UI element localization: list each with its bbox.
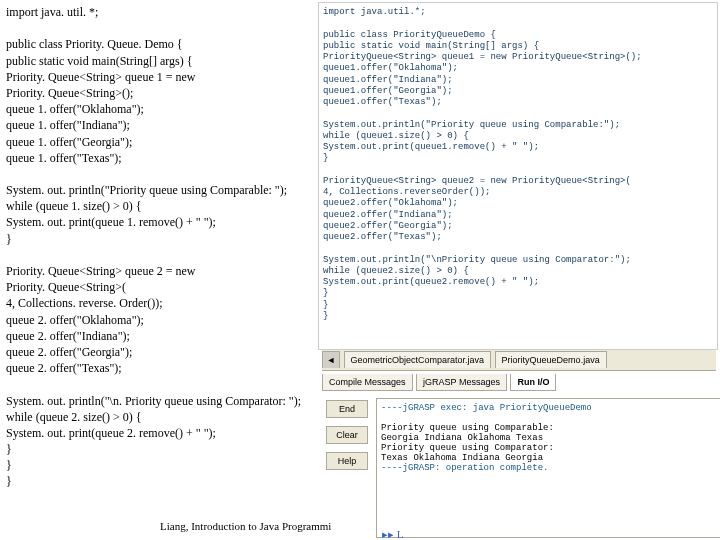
line: queue 2. offer("Georgia"); bbox=[6, 344, 316, 360]
line: } bbox=[6, 231, 316, 247]
line: import java. util. *; bbox=[6, 4, 316, 20]
line: System. out. print(queue 1. remove() + "… bbox=[6, 214, 316, 230]
line: System.out.print(queue2.remove() + " "); bbox=[323, 277, 713, 288]
line: queue1.offer("Indiana"); bbox=[323, 75, 713, 86]
footer-citation: Liang, Introduction to Java Programmi bbox=[160, 520, 331, 532]
line: } bbox=[6, 441, 316, 457]
line: 4, Collections.reverseOrder()); bbox=[323, 187, 713, 198]
line: PriorityQueue<String> queue2 = new Prior… bbox=[323, 176, 713, 187]
line: public static void main(String[] args) { bbox=[323, 41, 713, 52]
tab-jgrasp-messages[interactable]: jGRASP Messages bbox=[416, 374, 507, 391]
output-line: Priority queue using Comparator: bbox=[381, 443, 719, 453]
tab-file-2[interactable]: PriorityQueueDemo.java bbox=[495, 351, 607, 368]
clear-button[interactable]: Clear bbox=[326, 426, 368, 444]
tab-run-io[interactable]: Run I/O bbox=[510, 374, 556, 391]
line: Priority. Queue<String>( bbox=[6, 279, 316, 295]
line: 4, Collections. reverse. Order()); bbox=[6, 295, 316, 311]
line: queue2.offer("Oklahoma"); bbox=[323, 198, 713, 209]
line: System.out.print(queue1.remove() + " "); bbox=[323, 142, 713, 153]
line: queue2.offer("Indiana"); bbox=[323, 210, 713, 221]
output-line: Priority queue using Comparable: bbox=[381, 423, 719, 433]
line: queue2.offer("Georgia"); bbox=[323, 221, 713, 232]
line: Priority. Queue<String> queue 2 = new bbox=[6, 263, 316, 279]
done-line: ----jGRASP: operation complete. bbox=[381, 463, 719, 473]
line: public class PriorityQueueDemo { bbox=[323, 30, 713, 41]
exec-line: ----jGRASP exec: java PriorityQueueDemo bbox=[381, 403, 719, 413]
output-line: Georgia Indiana Oklahoma Texas bbox=[381, 433, 719, 443]
line: import java.util.*; bbox=[323, 7, 713, 18]
line: queue1.offer("Oklahoma"); bbox=[323, 63, 713, 74]
line: System.out.println("\nPriority queue usi… bbox=[323, 255, 713, 266]
source-code-left: import java. util. *; public class Prior… bbox=[6, 4, 316, 490]
run-output-console[interactable]: ----jGRASP exec: java PriorityQueueDemo … bbox=[376, 398, 720, 538]
line: System. out. println("\n. Priority queue… bbox=[6, 393, 316, 409]
line: PriorityQueue<String> queue1 = new Prior… bbox=[323, 52, 713, 63]
line: } bbox=[323, 311, 713, 322]
line: queue 2. offer("Texas"); bbox=[6, 360, 316, 376]
tab-compile-messages[interactable]: Compile Messages bbox=[322, 374, 413, 391]
end-button[interactable]: End bbox=[326, 400, 368, 418]
line: queue 2. offer("Indiana"); bbox=[6, 328, 316, 344]
message-tabbar: Compile Messages jGRASP Messages Run I/O bbox=[322, 373, 716, 394]
line: Priority. Queue<String>(); bbox=[6, 85, 316, 101]
console-buttons: End Clear Help bbox=[326, 400, 370, 478]
line: while (queue 1. size() > 0) { bbox=[6, 198, 316, 214]
line: System. out. print(queue 2. remove() + "… bbox=[6, 425, 316, 441]
line: while (queue 2. size() > 0) { bbox=[6, 409, 316, 425]
line: } bbox=[6, 473, 316, 489]
tab-file-1[interactable]: GeometricObjectComparator.java bbox=[344, 351, 492, 368]
line: queue1.offer("Texas"); bbox=[323, 97, 713, 108]
line: queue 1. offer("Texas"); bbox=[6, 150, 316, 166]
output-line: Texas Oklahoma Indiana Georgia bbox=[381, 453, 719, 463]
file-tabbar: ◄ GeometricObjectComparator.java Priorit… bbox=[322, 350, 716, 371]
line: } bbox=[323, 153, 713, 164]
line: Priority. Queue<String> queue 1 = new bbox=[6, 69, 316, 85]
line: queue2.offer("Texas"); bbox=[323, 232, 713, 243]
line: System.out.println("Priority queue using… bbox=[323, 120, 713, 131]
line: System. out. println("Priority queue usi… bbox=[6, 182, 316, 198]
input-cursor-icon: ▸▸ L bbox=[382, 528, 403, 540]
line: queue 1. offer("Georgia"); bbox=[6, 134, 316, 150]
help-button[interactable]: Help bbox=[326, 452, 368, 470]
tab-scroll-left-icon[interactable]: ◄ bbox=[322, 351, 340, 368]
line: while (queue1.size() > 0) { bbox=[323, 131, 713, 142]
line: while (queue2.size() > 0) { bbox=[323, 266, 713, 277]
line: } bbox=[323, 288, 713, 299]
line: public static void main(String[] args) { bbox=[6, 53, 316, 69]
line: } bbox=[6, 457, 316, 473]
line: public class Priority. Queue. Demo { bbox=[6, 36, 316, 52]
line: queue 1. offer("Oklahoma"); bbox=[6, 101, 316, 117]
line: queue1.offer("Georgia"); bbox=[323, 86, 713, 97]
line: } bbox=[323, 300, 713, 311]
line: queue 1. offer("Indiana"); bbox=[6, 117, 316, 133]
line: queue 2. offer("Oklahoma"); bbox=[6, 312, 316, 328]
